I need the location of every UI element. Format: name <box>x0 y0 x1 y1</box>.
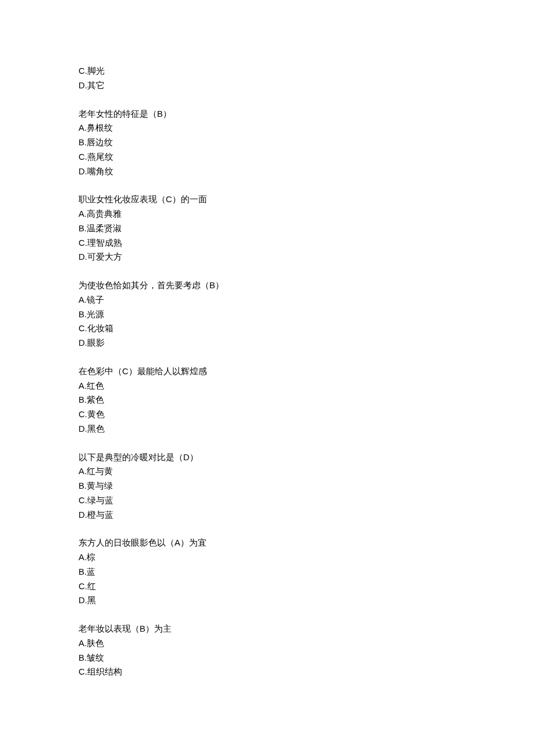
option-c: C.化妆箱 <box>79 321 456 336</box>
question-block-2: 职业女性化妆应表现（C）的一面 A.高贵典雅 B.温柔贤淑 C.理智成熟 D.可… <box>79 192 456 264</box>
option-b: B.皱纹 <box>79 651 456 665</box>
option-b: B.紫色 <box>79 393 456 407</box>
option-a: A.肤色 <box>79 636 456 651</box>
document-page: C.脚光 D.其它 老年女性的特征是（B） A.鼻根纹 B.唇边纹 C.燕尾纹 … <box>0 0 456 679</box>
question-block-7: 老年妆以表现（B）为主 A.肤色 B.皱纹 C.组织结构 <box>79 622 456 679</box>
question-block-3: 为使妆色恰如其分，首先要考虑（B） A.镜子 B.光源 C.化妆箱 D.眼影 <box>79 278 456 350</box>
option-d: D.黑 <box>79 593 456 608</box>
option-b: B.温柔贤淑 <box>79 221 456 236</box>
option-d: D.眼影 <box>79 336 456 350</box>
option-d: D.嘴角纹 <box>79 164 456 179</box>
option-a: A.红与黄 <box>79 464 456 479</box>
option-d: D.其它 <box>79 78 456 93</box>
question-block-1: 老年女性的特征是（B） A.鼻根纹 B.唇边纹 C.燕尾纹 D.嘴角纹 <box>79 107 456 179</box>
option-b: B.蓝 <box>79 565 456 579</box>
option-a: A.镜子 <box>79 293 456 307</box>
option-c: C.燕尾纹 <box>79 150 456 164</box>
question-stem: 老年女性的特征是（B） <box>79 107 456 121</box>
question-stem: 职业女性化妆应表现（C）的一面 <box>79 192 456 207</box>
option-c: C.黄色 <box>79 407 456 422</box>
question-stem: 东方人的日妆眼影色以（A）为宜 <box>79 536 456 550</box>
option-a: A.高贵典雅 <box>79 207 456 221</box>
option-d: D.黑色 <box>79 422 456 436</box>
option-d: D.橙与蓝 <box>79 508 456 522</box>
option-c: C.理智成熟 <box>79 236 456 250</box>
option-b: B.唇边纹 <box>79 135 456 150</box>
option-d: D.可爱大方 <box>79 250 456 264</box>
question-stem: 为使妆色恰如其分，首先要考虑（B） <box>79 278 456 293</box>
question-block-5: 以下是典型的冷暖对比是（D） A.红与黄 B.黄与绿 C.绿与蓝 D.橙与蓝 <box>79 450 456 522</box>
option-b: B.光源 <box>79 307 456 322</box>
option-c: C.组织结构 <box>79 665 456 679</box>
option-b: B.黄与绿 <box>79 479 456 493</box>
option-c: C.红 <box>79 579 456 594</box>
question-block-0: C.脚光 D.其它 <box>79 64 456 93</box>
option-a: A.红色 <box>79 379 456 393</box>
question-stem: 在色彩中（C）最能给人以辉煌感 <box>79 364 456 379</box>
option-c: C.脚光 <box>79 64 456 78</box>
option-a: A.鼻根纹 <box>79 121 456 135</box>
question-block-6: 东方人的日妆眼影色以（A）为宜 A.棕 B.蓝 C.红 D.黑 <box>79 536 456 608</box>
question-stem: 老年妆以表现（B）为主 <box>79 622 456 636</box>
option-c: C.绿与蓝 <box>79 493 456 508</box>
question-block-4: 在色彩中（C）最能给人以辉煌感 A.红色 B.紫色 C.黄色 D.黑色 <box>79 364 456 436</box>
question-stem: 以下是典型的冷暖对比是（D） <box>79 450 456 465</box>
option-a: A.棕 <box>79 550 456 565</box>
